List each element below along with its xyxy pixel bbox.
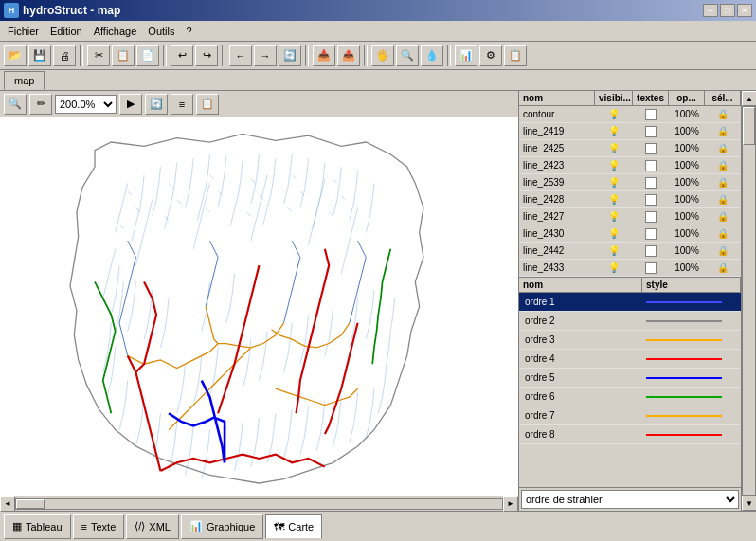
map-info-button[interactable]: 📋	[196, 94, 219, 115]
legend-row[interactable]: ordre 8	[519, 425, 741, 444]
back-button[interactable]: ←	[229, 45, 252, 66]
zoom-tool-button[interactable]: 🔍	[396, 45, 419, 66]
legend-row[interactable]: ordre 6	[519, 388, 741, 406]
scroll-right-button[interactable]: ►	[503, 496, 518, 512]
zoom-select[interactable]: 200.0% 100.0% 50.0%	[55, 95, 117, 114]
save-button[interactable]: 💾	[28, 45, 51, 66]
fill-button[interactable]: 💧	[421, 45, 443, 66]
legend-row[interactable]: ordre 5	[519, 369, 741, 388]
legend-panel: nom style ordre 1 ordre 2 ordre 3 ordre …	[519, 277, 741, 487]
col-nom: nom	[519, 91, 595, 105]
main-content: 🔍 ✏ 200.0% 100.0% 50.0% ▶ 🔄 ≡ 📋	[0, 91, 756, 511]
map-panel: 🔍 ✏ 200.0% 100.0% 50.0% ▶ 🔄 ≡ 📋	[0, 91, 519, 511]
legend-row[interactable]: ordre 1	[519, 293, 741, 312]
close-button[interactable]: ✕	[737, 4, 752, 17]
layer-row[interactable]: line_2427 💡 100% 🔒	[519, 208, 741, 225]
map-edit-tool[interactable]: ✏	[29, 94, 52, 115]
vertical-scrollbar: ▲ ▼	[741, 91, 756, 511]
layers-header: nom visibi... textes op... sél...	[519, 91, 741, 106]
refresh-button[interactable]: 🔄	[279, 45, 301, 66]
tab-carte[interactable]: 🗺 Carte	[265, 514, 322, 539]
tableau-label: Tableau	[26, 521, 63, 532]
maximize-button[interactable]: □	[720, 4, 735, 17]
scroll-down-button[interactable]: ▼	[742, 496, 756, 511]
copy-button[interactable]: 📋	[112, 45, 135, 66]
layer-row[interactable]: line_2425 💡 100% 🔒	[519, 140, 741, 157]
zoom-extent-button[interactable]: ▶	[119, 94, 142, 115]
menu-fichier[interactable]: Fichier	[2, 24, 45, 39]
layer-row[interactable]: line_2433 💡 100% 🔒	[519, 260, 741, 277]
col-textes: textes	[633, 91, 669, 105]
map-toolbar: 🔍 ✏ 200.0% 100.0% 50.0% ▶ 🔄 ≡ 📋	[0, 91, 518, 117]
right-panel: nom visibi... textes op... sél... contou…	[519, 91, 741, 511]
redo-button[interactable]: ↪	[195, 45, 218, 66]
layer-row[interactable]: line_2430 💡 100% 🔒	[519, 225, 741, 243]
bottom-tab-bar: ▦ Tableau ≡ Texte ⟨/⟩ XML 📊 Graphique 🗺 …	[0, 511, 756, 541]
strahler-dropdown[interactable]: ordre de strahler	[521, 490, 739, 509]
tab-xml[interactable]: ⟨/⟩ XML	[126, 514, 179, 539]
horizontal-scrollbar: ◄ ►	[0, 496, 518, 511]
carte-label: Carte	[288, 521, 314, 532]
scroll-thumb-h[interactable]	[16, 499, 45, 509]
legend-row[interactable]: ordre 4	[519, 350, 741, 369]
cut-button[interactable]: ✂	[87, 45, 110, 66]
forward-button[interactable]: →	[254, 45, 277, 66]
layer-row[interactable]: line_2442 💡 100% 🔒	[519, 243, 741, 260]
texte-label: Texte	[91, 521, 116, 532]
export-button[interactable]: 📤	[337, 45, 360, 66]
tab-graphique[interactable]: 📊 Graphique	[181, 514, 263, 539]
tab-texte[interactable]: ≡ Texte	[73, 514, 125, 539]
layer-row[interactable]: line_2423 💡 100% 🔒	[519, 157, 741, 174]
open-button[interactable]: 📂	[4, 45, 27, 66]
map-layers-button[interactable]: ≡	[171, 94, 193, 115]
minimize-button[interactable]: ─	[703, 4, 718, 17]
tableau-icon: ▦	[12, 520, 22, 532]
layers-list: contour 💡 100% 🔒 line_2419 💡 100% 🔒 line…	[519, 106, 741, 277]
document-tab-bar: map	[0, 70, 756, 91]
refresh-map-button[interactable]: 🔄	[145, 94, 168, 115]
col-sel: sél...	[705, 91, 741, 105]
table-button[interactable]: 📊	[455, 45, 477, 66]
legend-row[interactable]: ordre 3	[519, 331, 741, 350]
settings-button[interactable]: ⚙	[479, 45, 502, 66]
right-panel-container: nom visibi... textes op... sél... contou…	[519, 91, 756, 511]
scroll-track-h[interactable]	[15, 498, 503, 510]
scroll-track-v[interactable]	[742, 106, 756, 496]
scroll-left-button[interactable]: ◄	[0, 496, 15, 512]
legend-row[interactable]: ordre 2	[519, 312, 741, 331]
legend-row[interactable]: ordre 7	[519, 406, 741, 425]
layer-row[interactable]: line_2539 💡 100% 🔒	[519, 174, 741, 191]
map-tab[interactable]: map	[4, 71, 45, 90]
layer-row[interactable]: line_2419 💡 100% 🔒	[519, 123, 741, 140]
xml-label: XML	[149, 521, 171, 532]
undo-button[interactable]: ↩	[171, 45, 193, 66]
col-visibi: visibi...	[595, 91, 633, 105]
menu-edition[interactable]: Edition	[45, 24, 88, 39]
scroll-up-button[interactable]: ▲	[742, 91, 756, 106]
title-bar: H hydroStruct - map ─ □ ✕	[0, 0, 756, 21]
clipboard-button[interactable]: 📋	[504, 45, 527, 66]
main-toolbar: 📂 💾 🖨 ✂ 📋 📄 ↩ ↪ ← → 🔄 📥 📤 🖐 🔍 💧 📊 ⚙ 📋	[0, 42, 756, 70]
menu-affichage[interactable]: Affichage	[88, 24, 143, 39]
menu-outils[interactable]: Outils	[142, 24, 180, 39]
legend-col-style: style	[642, 278, 741, 292]
select-button[interactable]: 🖐	[371, 45, 394, 66]
col-op: op...	[669, 91, 705, 105]
print-button[interactable]: 🖨	[53, 45, 76, 66]
layer-row[interactable]: contour 💡 100% 🔒	[519, 106, 741, 123]
title-bar-text: hydroStruct - map	[23, 4, 120, 17]
scroll-thumb-v[interactable]	[743, 107, 755, 145]
layer-row[interactable]: line_2428 💡 100% 🔒	[519, 191, 741, 208]
carte-icon: 🗺	[274, 521, 284, 532]
map-svg	[0, 117, 518, 496]
legend-list: ordre 1 ordre 2 ordre 3 ordre 4 ordre 5 …	[519, 293, 741, 444]
graphique-label: Graphique	[207, 521, 255, 532]
strahler-dropdown-container: ordre de strahler	[519, 487, 741, 511]
map-view[interactable]	[0, 117, 518, 496]
tab-tableau[interactable]: ▦ Tableau	[4, 514, 71, 539]
legend-col-nom: nom	[519, 278, 642, 292]
import-button[interactable]: 📥	[313, 45, 335, 66]
paste-button[interactable]: 📄	[136, 45, 159, 66]
map-select-tool[interactable]: 🔍	[4, 94, 27, 115]
menu-help[interactable]: ?	[180, 24, 197, 39]
